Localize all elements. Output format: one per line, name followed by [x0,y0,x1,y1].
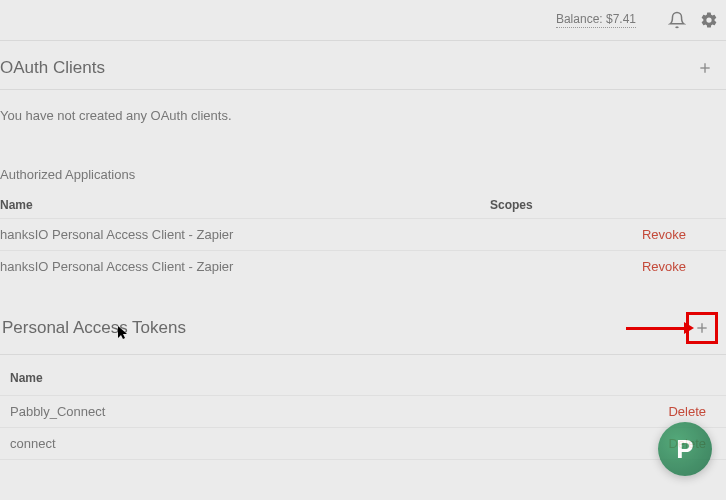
auth-col-name: Name [0,198,490,212]
pat-col-name: Name [10,371,43,385]
pat-row: Pabbly_Connect Delete [0,396,726,428]
add-oauth-client-button[interactable] [694,57,716,79]
authorized-apps-title: Authorized Applications [0,147,726,192]
authorized-apps-table-head: Name Scopes [0,192,726,218]
delete-token-button[interactable]: Delete [668,404,716,419]
pat-row: connect Delete [0,428,726,460]
settings-icon[interactable] [700,11,718,29]
oauth-empty-message: You have not created any OAuth clients. [0,90,726,147]
balance-label[interactable]: Balance: $7.41 [556,12,636,28]
chat-fab[interactable]: P [658,422,712,476]
pat-token-name: connect [10,436,668,451]
auth-app-name: hanksIO Personal Access Client - Zapier [0,259,490,274]
auth-app-row: hanksIO Personal Access Client - Zapier … [0,250,726,282]
auth-app-row: hanksIO Personal Access Client - Zapier … [0,218,726,250]
authorized-apps-section: Authorized Applications Name Scopes hank… [0,147,726,282]
footer [0,460,726,500]
oauth-clients-header: OAuth Clients [0,41,726,90]
revoke-button[interactable]: Revoke [642,259,716,274]
auth-col-scopes: Scopes [490,198,726,212]
pat-title: Personal Access Tokens [2,318,186,338]
auth-app-name: hanksIO Personal Access Client - Zapier [0,227,490,242]
notifications-icon[interactable] [668,11,686,29]
revoke-button[interactable]: Revoke [642,227,716,242]
top-bar: Balance: $7.41 [0,0,726,40]
pat-token-name: Pabbly_Connect [10,404,668,419]
annotation-arrow [626,327,686,330]
add-personal-access-token-button[interactable] [691,317,713,339]
oauth-clients-section: OAuth Clients You have not created any O… [0,40,726,147]
oauth-clients-title: OAuth Clients [0,58,105,78]
personal-access-tokens-section: Personal Access Tokens Name Pabbly_Conne… [0,298,726,460]
annotation-highlight [686,312,718,344]
pat-table-head: Name [0,355,726,396]
pat-header: Personal Access Tokens [0,298,726,355]
